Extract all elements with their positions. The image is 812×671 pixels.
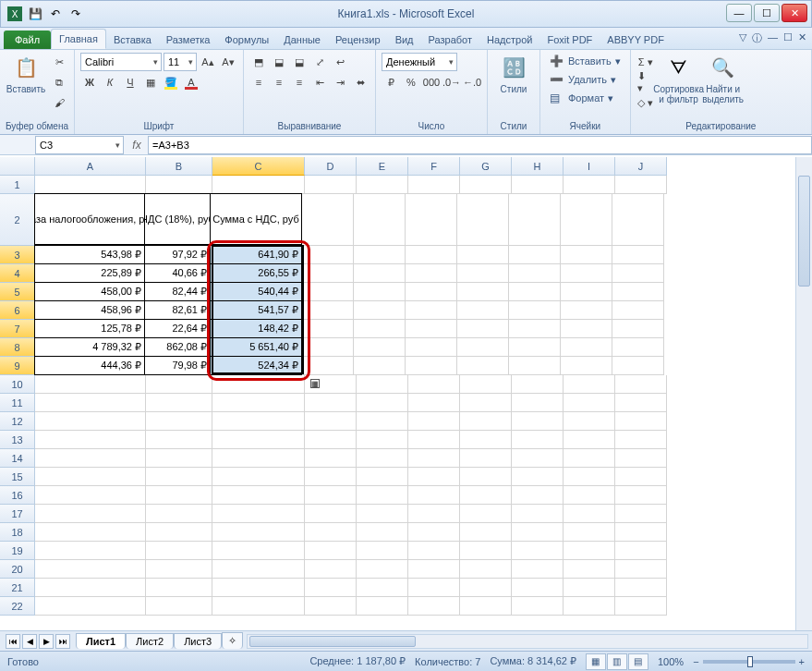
zoom-track[interactable]	[703, 660, 795, 664]
cell[interactable]	[612, 357, 664, 375]
cell[interactable]	[509, 194, 561, 246]
row-header-5[interactable]: 5	[0, 283, 35, 301]
doc-close-icon[interactable]: ✕	[798, 31, 806, 45]
paste-button[interactable]: 📋 Вставить	[6, 53, 46, 94]
cell[interactable]	[35, 431, 146, 449]
autosum-icon[interactable]: Σ ▾	[636, 53, 655, 71]
cell[interactable]	[302, 246, 354, 264]
close-button[interactable]: ✕	[782, 4, 807, 22]
cell[interactable]	[212, 449, 305, 468]
cell[interactable]	[35, 449, 146, 468]
sheet-next-icon[interactable]: ▶	[39, 634, 54, 649]
row-header-13[interactable]: 13	[0, 431, 35, 449]
cell[interactable]	[305, 431, 357, 449]
orientation-icon[interactable]: ⤢	[310, 53, 329, 71]
tab-insert[interactable]: Вставка	[106, 30, 159, 49]
cell[interactable]	[146, 412, 212, 431]
column-header-I[interactable]: I	[564, 157, 615, 176]
cell[interactable]: 641,90 ₽	[210, 245, 302, 264]
underline-icon[interactable]: Ч	[121, 73, 139, 92]
tab-view[interactable]: Вид	[388, 30, 421, 49]
cell[interactable]	[408, 449, 460, 468]
row-header-8[interactable]: 8	[0, 338, 35, 357]
cell[interactable]	[460, 597, 512, 616]
cell[interactable]	[357, 176, 408, 194]
vertical-scrollbar[interactable]	[795, 157, 812, 630]
cell[interactable]	[146, 394, 212, 412]
font-name-combo[interactable]: Calibri	[80, 53, 162, 71]
align-center-icon[interactable]: ≡	[270, 73, 288, 92]
format-painter-icon[interactable]: 🖌	[50, 93, 68, 112]
cell[interactable]	[408, 486, 460, 505]
cell[interactable]	[354, 264, 406, 283]
sheet-tab-3[interactable]: Лист3	[174, 633, 222, 649]
cell[interactable]	[512, 486, 564, 505]
cell[interactable]: 125,78 ₽	[34, 319, 145, 338]
save-icon[interactable]: 💾	[27, 6, 43, 22]
cell[interactable]	[460, 505, 512, 523]
minimize-button[interactable]: —	[726, 4, 752, 22]
formula-input[interactable]: =A3+B3	[148, 136, 812, 154]
cell[interactable]	[408, 560, 460, 579]
cell[interactable]	[302, 320, 354, 338]
row-header-18[interactable]: 18	[0, 523, 35, 542]
cell[interactable]	[512, 505, 564, 523]
cell[interactable]	[305, 560, 357, 579]
cell[interactable]: НДС (18%), руб	[144, 193, 211, 245]
cell[interactable]	[457, 283, 509, 301]
cell[interactable]	[408, 542, 460, 560]
row-header-3[interactable]: 3	[0, 246, 35, 264]
cell[interactable]	[564, 560, 615, 579]
cell[interactable]	[212, 412, 305, 431]
cell[interactable]	[35, 468, 146, 486]
cell[interactable]	[457, 320, 509, 338]
cell[interactable]	[305, 176, 357, 194]
worksheet-grid[interactable]: ABCDEFGHIJ 12345678910111213141516171819…	[0, 157, 812, 630]
cell[interactable]	[305, 505, 357, 523]
cell[interactable]: 458,96 ₽	[34, 300, 145, 320]
row-header-19[interactable]: 19	[0, 542, 35, 560]
tab-formulas[interactable]: Формулы	[217, 30, 276, 49]
cell[interactable]	[615, 486, 667, 505]
cell[interactable]	[457, 264, 509, 283]
cell[interactable]	[35, 176, 146, 194]
row-header-7[interactable]: 7	[0, 320, 35, 338]
tab-abbyy[interactable]: ABBYY PDF	[600, 30, 672, 49]
cell[interactable]	[357, 542, 408, 560]
wrap-text-icon[interactable]: ↩	[331, 53, 349, 71]
cell[interactable]	[35, 597, 146, 616]
cell[interactable]	[512, 431, 564, 449]
cell[interactable]	[512, 449, 564, 468]
cell[interactable]	[408, 375, 460, 394]
cell[interactable]	[457, 194, 509, 246]
cell[interactable]: 540,44 ₽	[210, 282, 302, 301]
row-header-21[interactable]: 21	[0, 579, 35, 597]
cell[interactable]	[354, 338, 406, 357]
merge-icon[interactable]: ⬌	[351, 73, 370, 92]
cell[interactable]	[146, 505, 212, 523]
cell[interactable]	[302, 264, 354, 283]
cell[interactable]: 22,64 ₽	[144, 319, 211, 338]
cell[interactable]	[408, 468, 460, 486]
column-header-G[interactable]: G	[460, 157, 512, 176]
tab-home[interactable]: Главная	[51, 29, 106, 49]
cell[interactable]	[512, 523, 564, 542]
cell[interactable]	[512, 412, 564, 431]
column-header-B[interactable]: B	[146, 157, 212, 176]
row-header-6[interactable]: 6	[0, 301, 35, 320]
tab-review[interactable]: Рецензир	[328, 30, 388, 49]
cell[interactable]: 40,66 ₽	[144, 263, 211, 283]
row-header-15[interactable]: 15	[0, 468, 35, 486]
align-middle-icon[interactable]: ⬓	[270, 53, 288, 71]
cell[interactable]	[612, 246, 664, 264]
fx-icon[interactable]: fx	[126, 139, 148, 152]
row-header-2[interactable]: 2	[0, 194, 35, 246]
fill-icon[interactable]: ⬇ ▾	[636, 73, 655, 92]
cell[interactable]	[35, 412, 146, 431]
cell[interactable]	[357, 375, 408, 394]
find-select-button[interactable]: 🔍 Найти и выделить	[703, 53, 744, 104]
insert-cells-button[interactable]: ➕Вставить ▾	[546, 53, 624, 69]
cell[interactable]	[615, 394, 667, 412]
cell[interactable]	[146, 486, 212, 505]
doc-restore-icon[interactable]: ☐	[783, 31, 793, 45]
